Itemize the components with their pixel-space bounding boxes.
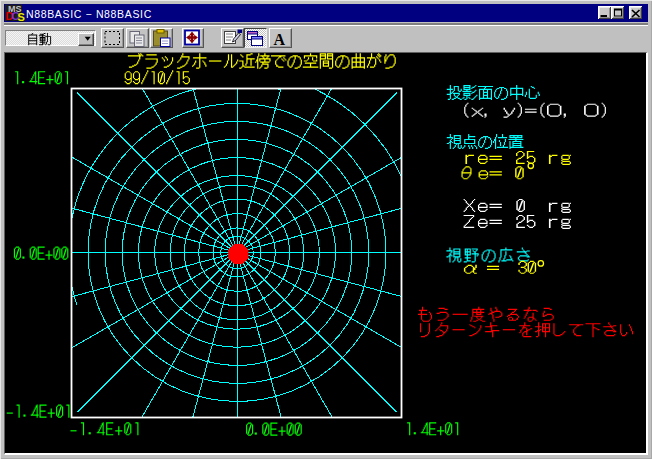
- svg-text:A: A: [274, 31, 286, 48]
- svg-text:S: S: [18, 11, 25, 23]
